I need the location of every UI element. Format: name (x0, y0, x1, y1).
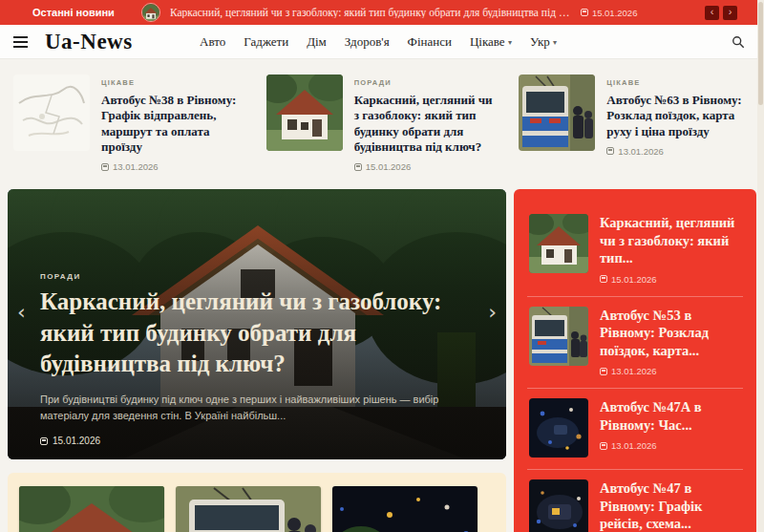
sidebar-article[interactable]: Каркасний, цегляний чи з газоблоку: який… (527, 204, 743, 296)
nav-item-finance[interactable]: Фінанси (408, 34, 452, 50)
ticker-article-thumbnail (141, 3, 160, 22)
story-title: Автобус №38 в Рівному: Графік відправлен… (101, 93, 245, 155)
calendar-icon (40, 437, 48, 445)
calendar-icon (354, 163, 362, 171)
chevron-down-icon: ▾ (508, 38, 512, 47)
nav-item-home[interactable]: Дім (307, 34, 327, 50)
house-photo-thumbnail (266, 74, 343, 151)
night-emergency-photo-icon (332, 486, 478, 532)
article-card-trolleybus[interactable] (176, 486, 321, 532)
ticker-headline-link[interactable]: Каркасний, цегляний чи з газоблоку: який… (170, 7, 571, 18)
map-sketch-icon (13, 74, 90, 151)
chevron-right-icon: › (729, 6, 732, 17)
calendar-icon (600, 275, 607, 283)
site-logo[interactable]: Ua-News (45, 30, 133, 54)
article-card-night-scene[interactable] (332, 486, 478, 532)
breaking-news-bar: Останні новини Каркасний, цегляний чи з … (0, 0, 764, 25)
sidebar-article-title: Автобус №53 в Рівному: Розклад поїздок, … (600, 307, 741, 360)
page-content: Цікаве Автобус №38 в Рівному: Графік від… (0, 59, 764, 532)
chevron-right-icon: › (488, 300, 497, 324)
chevron-down-icon: ▾ (553, 38, 557, 47)
sidebar-article-date: 15.01.2026 (600, 274, 741, 285)
hamburger-menu-icon[interactable] (13, 33, 28, 51)
hero-date: 15.01.2026 (40, 436, 474, 446)
chevron-left-icon: ‹ (17, 300, 26, 324)
night-photo-thumbnail (529, 479, 588, 532)
story-title: Автобус №63 в Рівному: Розклад поїздок, … (606, 93, 751, 139)
chevron-left-icon: ‹ (711, 6, 714, 17)
story-kicker: Цікаве (101, 78, 245, 87)
story-date: 15.01.2026 (354, 161, 499, 172)
sidebar-article-date: 13.01.2026 (600, 366, 741, 376)
hero-title-link[interactable]: Каркасний, цегляний чи з газоблоку: який… (40, 287, 474, 380)
story-date: 13.01.2026 (101, 161, 245, 172)
nav-item-interesting[interactable]: Цікаве ▾ (470, 34, 512, 50)
night-street-photo-icon (529, 398, 588, 458)
nav-item-gadgets[interactable]: Гаджети (244, 34, 288, 50)
house-photo-icon (266, 74, 343, 151)
more-articles-band (8, 473, 506, 532)
breaking-news-label: Останні новини (32, 7, 115, 18)
site-header: Ua-News Авто Гаджети Дім Здоров'я Фінанс… (0, 25, 764, 59)
top-story-card[interactable]: Цікаве Автобус №38 в Рівному: Графік від… (8, 69, 251, 178)
search-button[interactable] (732, 35, 745, 49)
story-kicker: Цікаве (606, 78, 751, 87)
sidebar-article-title: Каркасний, цегляний чи з газоблоку: який… (600, 214, 741, 267)
calendar-icon (581, 9, 588, 16)
map-sketch-thumbnail (13, 74, 90, 151)
nav-item-language[interactable]: Укр ▾ (530, 34, 557, 50)
trolleybus-photo-icon (529, 307, 588, 366)
ticker-next-button[interactable]: › (723, 6, 737, 20)
trolleybus-photo-thumbnail (519, 74, 595, 151)
calendar-icon (600, 368, 607, 375)
ticker-prev-button[interactable]: ‹ (705, 6, 719, 20)
search-icon (732, 35, 745, 49)
sidebar-article-title: Автобус №47 в Рівному: Графік рейсів, сх… (600, 479, 741, 532)
latest-articles-sidebar: Каркасний, цегляний чи з газоблоку: який… (514, 189, 756, 532)
top-stories-row: Цікаве Автобус №38 в Рівному: Графік від… (8, 69, 756, 178)
slider-next-button[interactable]: › (488, 302, 497, 323)
trolleybus-photo-icon (519, 74, 595, 151)
story-title: Каркасний, цегляний чи з газоблоку: який… (354, 93, 499, 155)
sidebar-article[interactable]: Автобус №53 в Рівному: Розклад поїздок, … (527, 296, 743, 389)
top-story-card[interactable]: Поради Каркасний, цегляний чи з газоблок… (261, 69, 504, 178)
nav-item-auto[interactable]: Авто (200, 34, 225, 50)
slider-prev-button[interactable]: ‹ (17, 302, 26, 323)
story-date: 13.01.2026 (606, 146, 751, 157)
house-photo-icon (142, 4, 159, 21)
house-photo-thumbnail (529, 214, 588, 273)
house-photo-icon (19, 486, 164, 532)
trolleybus-photo-icon (176, 486, 321, 532)
sidebar-article[interactable]: Автобус №47 в Рівному: Графік рейсів, сх… (527, 469, 743, 532)
sidebar-article-date: 13.01.2026 (600, 440, 741, 451)
story-kicker: Поради (354, 78, 499, 87)
hero-kicker: Поради (40, 272, 474, 281)
main-navigation: Авто Гаджети Дім Здоров'я Фінанси Цікаве… (200, 34, 557, 50)
top-story-card[interactable]: Цікаве Автобус №63 в Рівному: Розклад по… (513, 69, 756, 178)
featured-article-slide: ‹ › Поради Каркасний, цегляний чи з газо… (8, 189, 506, 459)
nav-item-health[interactable]: Здоров'я (345, 34, 390, 50)
calendar-icon (101, 163, 109, 171)
night-bus-photo-icon (529, 479, 588, 532)
article-card-house[interactable] (19, 486, 164, 532)
sidebar-article-title: Автобус №47А в Рівному: Час... (600, 398, 741, 434)
hero-excerpt: При будівництві будинку під ключ одне з … (40, 392, 474, 424)
sidebar-article[interactable]: Автобус №47А в Рівному: Час... 13.01.202… (527, 388, 743, 469)
scrollbar-thumb[interactable] (758, 2, 763, 105)
house-photo-icon (529, 214, 588, 273)
calendar-icon (600, 442, 607, 450)
ticker-date: 15.01.2026 (581, 8, 638, 18)
night-photo-thumbnail (529, 398, 588, 458)
page-scrollbar[interactable] (757, 0, 764, 532)
calendar-icon (606, 147, 614, 155)
trolleybus-photo-thumbnail (529, 307, 588, 366)
